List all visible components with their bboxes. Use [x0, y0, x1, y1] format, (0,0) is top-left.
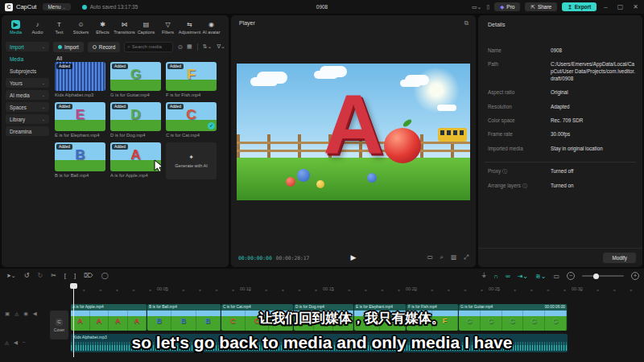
filter-icon[interactable]: ∇⌄: [217, 43, 225, 50]
close-button[interactable]: ✕: [630, 3, 641, 10]
detail-row: Name0908: [488, 47, 636, 55]
grid-view-icon[interactable]: ▦: [187, 43, 192, 50]
preview-zoom-icon[interactable]: ⌕: [440, 253, 444, 261]
tab-stickers[interactable]: ☺Stickers: [70, 17, 92, 38]
layout-toggle-icon[interactable]: ▭⌄: [472, 4, 481, 10]
media-item-name: C is for Cat.mp4: [166, 133, 217, 138]
zoom-in-icon[interactable]: +: [631, 272, 639, 280]
undo-icon[interactable]: ↺: [24, 272, 30, 279]
tab-text[interactable]: TText: [48, 17, 70, 38]
play-button[interactable]: ▶: [351, 253, 357, 261]
media-item[interactable]: AddedEE is for Elephant.mp4: [55, 102, 105, 138]
panel-layout-icon[interactable]: ▯: [486, 4, 489, 10]
minimize-button[interactable]: –: [601, 3, 609, 10]
adjust-track-icon[interactable]: ▣: [5, 311, 10, 317]
total-time: 00:00:28:17: [276, 255, 310, 261]
tab-effects[interactable]: ✱Effects: [92, 17, 114, 38]
sidebar-item-media[interactable]: Media: [6, 54, 49, 64]
collapse-track-icon[interactable]: −: [23, 339, 26, 346]
sidebar-item-spaces[interactable]: Spaces⌄: [6, 102, 49, 112]
link-icon[interactable]: ∞: [506, 273, 510, 280]
tab-media[interactable]: ▶Media: [5, 17, 27, 38]
timeline-clip[interactable]: B is for Ball.mp4BBB: [147, 304, 221, 331]
media-item[interactable]: AddedAA is for Apple.mp4: [110, 142, 161, 179]
mouse-cursor-icon: [154, 159, 161, 171]
tab-ai-avatar[interactable]: ◉AI avatar: [200, 17, 222, 38]
track-mode-icon[interactable]: ≋⌄: [535, 273, 546, 280]
media-item[interactable]: AddedC✓C is for Cat.mp4: [166, 102, 217, 138]
magnet-icon[interactable]: ∩: [493, 273, 498, 280]
video-preview[interactable]: A: [237, 64, 470, 200]
select-tool-icon[interactable]: ➤⌄: [6, 273, 16, 279]
mute-track-icon[interactable]: ◀: [14, 339, 18, 346]
timeline-ruler[interactable]: 00:0500:1000:1500:2000:2500:30: [71, 285, 644, 296]
maximize-button[interactable]: ▢: [615, 3, 626, 10]
sidebar-item-yours[interactable]: Yours⌄: [6, 78, 49, 88]
clip-name-text: B is for Ball.mp4: [149, 304, 177, 311]
clip-name-text: G is for Guitar.mp4: [460, 304, 493, 311]
hide-track-icon[interactable]: ◉: [23, 311, 28, 317]
quality-icon[interactable]: ▥: [451, 253, 456, 261]
redo-icon[interactable]: ↻: [37, 272, 43, 279]
tab-captions[interactable]: ▤Captions: [135, 17, 157, 38]
popout-player-icon[interactable]: ⧉: [464, 19, 469, 27]
generate-with-ai-button[interactable]: ✦Generate with AI: [166, 142, 217, 179]
media-item[interactable]: AddedGG is for Guitar.mp4: [110, 62, 161, 97]
search-input[interactable]: [132, 44, 171, 49]
pro-button[interactable]: ◆ Pro: [494, 2, 520, 11]
trim-right-icon[interactable]: ]: [74, 272, 76, 279]
mask-icon[interactable]: ◯: [101, 272, 109, 279]
media-item[interactable]: AddedFF is for Fish.mp4: [166, 62, 217, 97]
sidebar-item-library[interactable]: Library⌄: [6, 114, 49, 124]
slider-knob[interactable]: [593, 274, 599, 279]
cover-icon: C: [56, 319, 63, 326]
share-button[interactable]: ⇱ Share: [525, 2, 557, 11]
thumbnail-letter: B: [75, 147, 85, 163]
media-item[interactable]: AddedBB is for Ball.mp4: [55, 142, 105, 179]
added-badge: Added: [112, 144, 128, 150]
details-toggle-rows: Proxy ⓘTurned offArrange layers ⓘTurned …: [488, 168, 636, 196]
detail-label: Aspect ratio: [488, 89, 551, 97]
delete-icon[interactable]: ⌦: [84, 272, 93, 279]
sidebar-item-label: Yours: [10, 80, 23, 86]
thumbnail-letter: B: [181, 317, 187, 325]
trim-left-icon[interactable]: [: [64, 272, 66, 279]
media-item[interactable]: AddedDD is for Dog.mp4: [110, 102, 161, 138]
timeline-clip[interactable]: A is for Apple.mp4AAAA: [71, 304, 147, 331]
record-button[interactable]: Record: [88, 42, 120, 52]
tab-adjustment[interactable]: ⇆Adjustment: [179, 17, 200, 38]
thumbnail-letter: E: [76, 107, 85, 123]
preview-frame-icon[interactable]: ▭: [553, 273, 559, 280]
split-icon[interactable]: ✂: [51, 272, 56, 279]
export-button[interactable]: ↥ Export: [562, 2, 597, 11]
tab-audio[interactable]: ♪Audio: [27, 17, 48, 38]
sidebar-item-subprojects[interactable]: Subprojects: [6, 66, 49, 76]
auto-ripple-icon[interactable]: ⇥⌄: [518, 273, 528, 280]
mute-track-icon[interactable]: ◀: [33, 311, 37, 317]
cover-button[interactable]: C Cover: [50, 311, 68, 339]
media-item[interactable]: AddedKids Alphabet.mp3: [55, 62, 105, 97]
tab-label: Text: [55, 30, 63, 35]
sort-icon[interactable]: ⇅⌄: [203, 43, 213, 50]
lock-track-icon[interactable]: ◬: [5, 339, 9, 346]
detail-label: Color space: [488, 117, 551, 125]
sidebar-item-dreamina[interactable]: Dreamina: [6, 126, 49, 136]
modify-button[interactable]: Modify: [603, 253, 636, 263]
sidebar-item-ai-media[interactable]: AI media⌄: [6, 90, 49, 100]
import-button[interactable]: Import: [53, 42, 84, 52]
clip-name: B is for Ball.mp4: [147, 304, 221, 311]
fullscreen-icon[interactable]: ⤢: [464, 253, 469, 261]
mic-icon[interactable]: ⏚: [481, 272, 486, 280]
sidebar-item-import[interactable]: Import⌄: [6, 42, 49, 51]
lock-track-icon[interactable]: ◬: [14, 311, 19, 317]
timeline-clip[interactable]: G is for Guitar.mp400:00:06:00GGGGG: [459, 304, 568, 331]
tab-filters[interactable]: ▽Filters: [157, 17, 179, 38]
zoom-slider[interactable]: [582, 275, 624, 277]
menu-button[interactable]: Menu ⌄: [43, 3, 70, 10]
visual-search-icon[interactable]: ⊙: [177, 43, 183, 51]
search-box[interactable]: ⌕: [124, 42, 173, 52]
tab-transitions[interactable]: ⋈Transitions: [114, 17, 135, 38]
display-icon[interactable]: ▭: [427, 253, 433, 261]
zoom-out-icon[interactable]: −: [567, 272, 575, 280]
filter-all-label[interactable]: All: [56, 56, 62, 61]
